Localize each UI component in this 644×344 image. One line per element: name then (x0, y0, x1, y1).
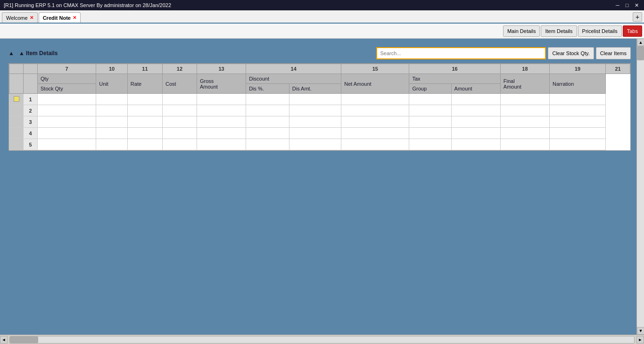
minimize-button[interactable]: ─ (614, 1, 621, 9)
cell-4-tax-grp[interactable] (409, 128, 451, 139)
tab-welcome-close[interactable]: ✕ (30, 15, 33, 20)
cell-1-unit[interactable] (96, 94, 128, 105)
cell-3-rate[interactable] (127, 116, 162, 128)
item-details-header: ▲ ▲ Item Details Clear Stock Qty. Clear … (8, 47, 631, 59)
close-button[interactable]: ✕ (633, 1, 640, 9)
cell-5-rate[interactable] (127, 139, 162, 150)
cell-1-dis-pct[interactable] (246, 94, 289, 105)
cell-3-dis-pct[interactable] (246, 116, 289, 128)
th-final-amount: FinalAmount (500, 74, 549, 94)
cell-2-cost[interactable] (163, 105, 197, 116)
row-selector-cell-4[interactable] (9, 128, 24, 139)
cell-4-narration[interactable] (550, 128, 606, 139)
cell-5-unit[interactable] (96, 139, 128, 150)
clear-stock-qty-button[interactable]: Clear Stock Qty. (548, 47, 594, 59)
cell-5-tax-grp[interactable] (409, 139, 451, 150)
table-row: 4 (9, 128, 630, 139)
cell-2-dis-amt[interactable] (289, 105, 341, 116)
tab-credit-note-close[interactable]: ✕ (73, 15, 76, 20)
th-gross-amount: GrossAmount (197, 74, 246, 94)
row-selector-cell[interactable] (9, 94, 24, 105)
cell-3-unit[interactable] (96, 116, 128, 128)
cell-1-tax-grp[interactable] (409, 94, 451, 105)
cell-4-net[interactable] (341, 128, 409, 139)
cell-4-cost[interactable] (163, 128, 197, 139)
scroll-up-button[interactable]: ▲ (637, 39, 644, 46)
cell-5-net[interactable] (341, 139, 409, 150)
cell-4-dis-amt[interactable] (289, 128, 341, 139)
cell-3-qty[interactable] (38, 116, 96, 128)
item-details-button[interactable]: Item Details (541, 25, 577, 37)
cell-1-narration[interactable] (550, 94, 606, 105)
cell-1-dis-amt[interactable] (289, 94, 341, 105)
scroll-down-button[interactable]: ▼ (637, 327, 644, 335)
cell-1-cost[interactable] (163, 94, 197, 105)
cell-4-dis-pct[interactable] (246, 128, 289, 139)
row-selector-cell-3[interactable] (9, 116, 24, 128)
cell-3-dis-amt[interactable] (289, 116, 341, 128)
data-table: 7 10 11 12 13 14 15 16 18 19 21 (9, 64, 630, 150)
cell-2-narration[interactable] (550, 105, 606, 116)
pricelist-details-button[interactable]: Pricelist Details (578, 25, 622, 37)
cell-3-net[interactable] (341, 116, 409, 128)
main-details-button[interactable]: Main Details (503, 25, 540, 37)
cell-5-cost[interactable] (163, 139, 197, 150)
row-selector-cell-5[interactable] (9, 139, 24, 150)
cell-4-unit[interactable] (96, 128, 128, 139)
tabs-button[interactable]: Tabs (623, 25, 642, 37)
row-selector-cell-2[interactable] (9, 105, 24, 116)
cell-4-gross[interactable] (197, 128, 246, 139)
cell-5-tax-amt[interactable] (451, 139, 500, 150)
cell-2-final[interactable] (500, 105, 549, 116)
cell-4-rate[interactable] (127, 128, 162, 139)
cell-2-tax-grp[interactable] (409, 105, 451, 116)
cell-3-final[interactable] (500, 116, 549, 128)
cell-1-final[interactable] (500, 94, 549, 105)
cell-2-rate[interactable] (127, 105, 162, 116)
cell-2-tax-amt[interactable] (451, 105, 500, 116)
cell-3-tax-grp[interactable] (409, 116, 451, 128)
cell-2-gross[interactable] (197, 105, 246, 116)
cell-2-dis-pct[interactable] (246, 105, 289, 116)
cell-5-final[interactable] (500, 139, 549, 150)
clear-items-button[interactable]: Clear Items (596, 47, 631, 59)
row-num-3: 3 (24, 116, 38, 128)
cell-5-gross[interactable] (197, 139, 246, 150)
cell-3-narration[interactable] (550, 116, 606, 128)
row-num-5: 5 (24, 139, 38, 150)
th-rate: Rate (127, 74, 162, 94)
tab-add-button[interactable]: + (633, 12, 642, 22)
cell-1-tax-amt[interactable] (451, 94, 500, 105)
cell-2-qty[interactable] (38, 105, 96, 116)
cell-5-narration[interactable] (550, 139, 606, 150)
cell-4-tax-amt[interactable] (451, 128, 500, 139)
col-num-21: 21 (606, 64, 630, 74)
cell-1-gross[interactable] (197, 94, 246, 105)
v-scroll-track[interactable] (637, 46, 644, 327)
cell-1-net[interactable] (341, 94, 409, 105)
cell-5-dis-pct[interactable] (246, 139, 289, 150)
cell-3-gross[interactable] (197, 116, 246, 128)
cell-1-rate[interactable] (127, 94, 162, 105)
tab-credit-note[interactable]: Credit Note ✕ (39, 12, 81, 23)
th-tax-amount: Amount (451, 84, 500, 94)
cell-4-final[interactable] (500, 128, 549, 139)
maximize-button[interactable]: □ (623, 1, 631, 9)
h-scrollbar[interactable] (9, 336, 635, 344)
cell-2-net[interactable] (341, 105, 409, 116)
scroll-right-button[interactable]: ► (636, 336, 644, 344)
cell-1-qty[interactable] (38, 94, 96, 105)
col-num-18: 18 (500, 64, 549, 74)
cell-4-qty[interactable] (38, 128, 96, 139)
scroll-left-button[interactable]: ◄ (0, 336, 8, 344)
cell-5-dis-amt[interactable] (289, 139, 341, 150)
cell-3-cost[interactable] (163, 116, 197, 128)
table-row: 5 (9, 139, 630, 150)
th-unit: Unit (96, 74, 128, 94)
cell-5-qty[interactable] (38, 139, 96, 150)
expand-icon[interactable]: ▲ (8, 50, 14, 57)
search-input[interactable] (376, 47, 546, 59)
tab-welcome[interactable]: Welcome ✕ (2, 12, 38, 23)
cell-3-tax-amt[interactable] (451, 116, 500, 128)
cell-2-unit[interactable] (96, 105, 128, 116)
